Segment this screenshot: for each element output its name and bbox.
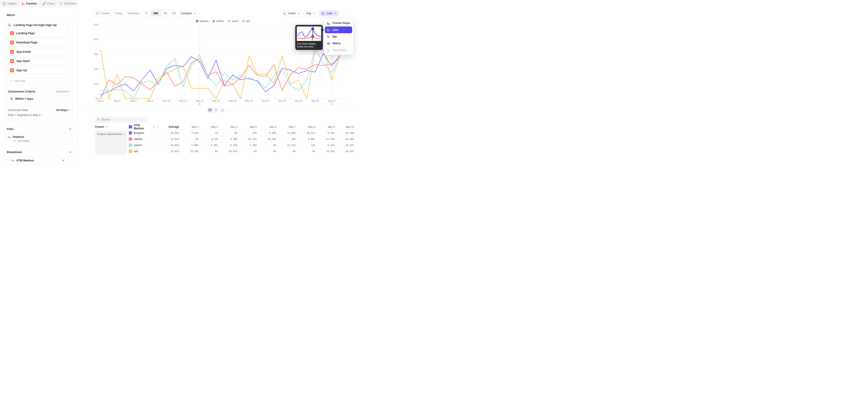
average-value: 13.91% [159,148,180,154]
funnel-step-row[interactable]: 4 App Open ⋮ [7,57,70,65]
menu-item-line[interactable]: Line [325,27,352,33]
filter-segment-toggle[interactable]: Filter + Segment on Step 1 [5,112,72,117]
tab-flows[interactable]: Flows [39,0,58,7]
step-kebab-icon[interactable]: ⋮ [65,51,68,53]
add-breakdown-button[interactable]: + [69,150,71,154]
layout-top-button[interactable] [213,107,219,113]
tab-insights[interactable]: Insights [0,0,20,7]
interval-selector-button[interactable]: Day [304,10,317,16]
date-column-header[interactable]: May 3 [199,124,218,130]
range-yesterday[interactable]: Yesterday [125,10,142,16]
add-step-button[interactable]: + Add Step [7,77,70,85]
range-7d[interactable]: 7D [142,10,150,16]
date-column-header[interactable]: May 5 [238,124,257,130]
annotation-marker[interactable]: 1 [330,102,333,106]
compare-button[interactable]: Compare [178,10,198,16]
chevron-down-icon [68,90,70,92]
drag-handle-icon[interactable]: ☰ [7,159,9,162]
date-column-header[interactable]: May 4 [218,124,238,130]
table-value: 0% [296,148,315,154]
table-value: 10% [277,136,296,142]
step-kebab-icon[interactable]: ⋮ [65,69,68,72]
search-input[interactable] [101,118,145,121]
range-3m[interactable]: 3M [161,10,170,16]
x-tick-label: May 26 [292,100,305,102]
menu-item-funnel-steps[interactable]: Funnel Steps [325,20,352,27]
table-value: 12.9% [199,136,218,142]
layout-bottom-button[interactable] [219,107,225,113]
funnel-step-row[interactable]: 5 Sign Up ⋮ [7,66,70,74]
step-label: App Install [16,50,63,53]
funnel-step-row[interactable]: 2 Download Page ⋮ [7,39,70,46]
series-checkbox[interactable]: ✓ [129,150,132,153]
tooltip-text: Line charts display trends over time. [295,42,323,50]
range-today[interactable]: Today [112,10,125,16]
line-chart-icon [327,28,331,32]
conversion-rate-selector[interactable]: All Steps [56,108,70,112]
table-search[interactable] [95,117,147,122]
average-column-header[interactable]: Average [159,124,180,130]
sidebar: InsightsFunnelsFlowsRetention Metric Lan… [0,0,78,166]
funnel-step-row[interactable]: 1 Landing Page ⋮ [7,29,70,37]
funnel-column-header[interactable]: Funnel1 [95,124,129,130]
filter-kebab-icon[interactable]: ⋮ [67,136,70,138]
menu-item-metric[interactable]: Metric [325,40,352,47]
series-checkbox[interactable]: ✓ [129,144,132,147]
chevron-down-icon [68,109,70,111]
series-checkbox[interactable]: ✓ [129,131,132,134]
step-kebab-icon[interactable]: ⋮ [65,60,68,63]
table-value: 12.82% [277,130,296,136]
breakdown-card[interactable]: ☰ Aa UTM Medium ✕ ⋮ [5,157,73,164]
legend-item[interactable]: sidebar [213,20,224,22]
chart-type-button[interactable]: Line [319,10,339,16]
breakdown-kebab-icon[interactable]: ⋮ [67,159,70,162]
breakdown-property-name: UTM Medium [16,159,60,162]
funnel-kebab-icon[interactable]: ⋮ [67,24,70,27]
table-value: 5.56% [238,142,257,148]
report-tabs: InsightsFunnelsFlowsRetention [0,0,78,7]
legend-item[interactable]: $organic [196,20,209,22]
layout-split-button[interactable] [207,107,213,113]
menu-item-bar[interactable]: Bar [325,33,352,40]
date-column-header[interactable]: May 10 [335,124,354,130]
checkbox-checked[interactable]: ✓ [129,125,132,128]
table-value: 5% [199,130,218,136]
annotation-marker[interactable]: 1 [198,102,202,106]
remove-breakdown-icon[interactable]: ✕ [62,159,64,162]
chevron-down-icon [157,125,159,127]
step-kebab-icon[interactable]: ⋮ [65,41,68,44]
breakdown-column-header[interactable]: ✓UTM Medium4 [129,124,159,130]
table-value: 0% [257,142,277,148]
legend-item[interactable]: search [228,20,239,22]
date-column-header[interactable]: May 2 [180,124,199,130]
add-filter-button[interactable]: + [69,127,71,131]
tab-retention[interactable]: Retention [58,0,78,7]
x-tick-label: May 16 [209,100,223,102]
range-6m[interactable]: 6M [169,10,179,16]
scale-selector-button[interactable]: Linear [281,10,302,16]
conversion-window-button[interactable]: Within 7 days [7,95,70,102]
filter-operator[interactable]: Is [13,139,16,142]
date-column-header[interactable]: May 8 [296,124,315,130]
x-tick-label: May 4 [110,100,124,102]
step-kebab-icon[interactable]: ⋮ [65,32,68,35]
funnel-name-cell[interactable]: Product Viewed through P... [95,131,127,155]
date-column-header[interactable]: May 7 [277,124,296,130]
string-property-icon: Aa [11,159,14,162]
tab-funnels[interactable]: Funnels [20,0,39,7]
series-checkbox[interactable]: ✓ [129,137,132,140]
date-column-header[interactable]: May 9 [315,124,335,130]
table-value: 33.33% [180,148,199,154]
date-column-header[interactable]: May 6 [257,124,277,130]
layout-split-icon [209,108,212,112]
advanced-toggle[interactable]: Advanced [56,90,70,93]
legend-item[interactable]: ads [243,20,250,22]
funnel-step-row[interactable]: 3 App Install ⋮ [7,48,70,56]
filter-card[interactable]: Aa Platform ⋮ Is iOS Native [5,134,73,144]
step-number-badge: 2 [10,40,14,44]
table-value: 22.22% [335,142,354,148]
filter-value[interactable]: iOS Native [18,139,30,142]
range-30d[interactable]: 30D [151,10,161,16]
x-tick-label: May 24 [275,100,289,102]
range-custom[interactable]: Custom [93,10,112,16]
